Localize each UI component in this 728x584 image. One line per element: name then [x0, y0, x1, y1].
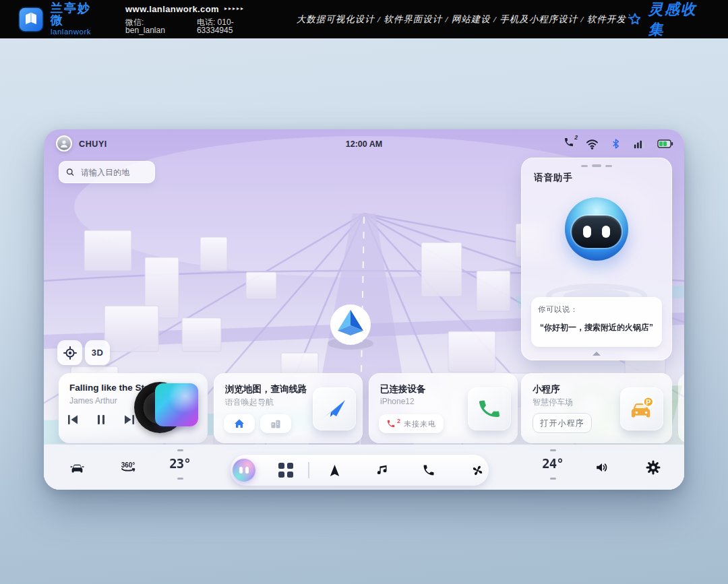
voice-hint-card: 你可以说： “你好初一，搜索附近的火锅店” [531, 297, 662, 347]
smart-parking-tile[interactable]: P [620, 387, 663, 430]
temp-up-dash[interactable] [550, 449, 556, 451]
music-player-card[interactable]: Falling like the Stars James Arthur [59, 373, 208, 443]
album-art[interactable] [155, 383, 198, 426]
song-artist: James Arthur [69, 396, 117, 405]
robot-assistant-icon [565, 197, 628, 261]
username-label: CHUYI [79, 139, 107, 149]
home-icon [234, 418, 245, 429]
next-card-sliver[interactable] [678, 373, 684, 443]
promo-banner: 兰亭妙微 lanlanwork www.lanlanwork.com ▸▸▸▸▸… [0, 0, 728, 38]
arrows-decoration: ▸▸▸▸▸ [224, 6, 245, 11]
office-building-icon [270, 418, 281, 429]
brand-name-cn: 兰亭妙微 [51, 2, 102, 26]
missed-call-status-icon: 2 [564, 137, 574, 150]
battery-icon [657, 139, 673, 149]
robot-visor [572, 216, 621, 248]
miniapp-title: 小程序 [533, 383, 560, 395]
nav-card-subtitle: 语音唤起导航 [225, 397, 274, 408]
map-3d-label: 3D [92, 348, 104, 358]
climate-fan-button[interactable] [469, 462, 485, 478]
360-label: 360° [121, 461, 135, 469]
contact-block: www.lanlanwork.com ▸▸▸▸▸ 微信: ben_lanlan … [125, 5, 267, 34]
nav-card-title: 浏览地图，查询线路 [225, 383, 307, 395]
parking-car-icon: P [628, 395, 656, 423]
missed-call-label: 未接来电 [404, 419, 436, 429]
missed-call-count: 2 [574, 134, 578, 141]
services-tagline: 大数据可视化设计 / 软件界面设计 / 网站建设 / 手机及小程序设计 / 软件… [297, 13, 626, 26]
open-miniapp-button[interactable]: 打开小程序 [533, 413, 592, 433]
robot-eye-right [602, 226, 610, 238]
app-grid-button[interactable] [278, 462, 294, 478]
brand-name-en: lanlanwork [51, 28, 102, 36]
inspiration-collect-button[interactable]: 灵感收集 [626, 0, 710, 40]
assistant-orb-button[interactable] [233, 459, 255, 482]
page-background: OW CHUYI 12:00 AM 2 [0, 38, 728, 584]
voice-hint-quote: “你好初一，搜索附近的火锅店” [538, 322, 655, 333]
temp-up-dash[interactable] [177, 449, 183, 451]
sparkle-star-icon [626, 11, 643, 28]
car-settings-icon[interactable] [69, 459, 85, 476]
robot-eye-left [583, 226, 591, 238]
driver-temperature-control[interactable]: 23° [160, 456, 200, 471]
phone-app-button[interactable] [421, 462, 437, 478]
miniapp-subtitle: 智慧停车场 [533, 397, 573, 408]
volume-button[interactable] [594, 459, 610, 476]
temp-down-dash[interactable] [177, 478, 183, 480]
previous-track-button[interactable] [67, 414, 79, 426]
search-icon [66, 167, 74, 177]
navigation-app-button[interactable] [326, 462, 342, 478]
status-icon-cluster: 2 [564, 137, 673, 150]
voice-assistant-title: 语音助手 [534, 172, 573, 184]
phone-call-tile[interactable] [468, 387, 511, 430]
passenger-temperature-control[interactable]: 24° [533, 456, 573, 471]
brand-block: 兰亭妙微 lanlanwork [51, 2, 102, 36]
nav-work-button[interactable] [260, 414, 291, 433]
wifi-icon [586, 137, 599, 150]
device-card-title: 已连接设备 [380, 383, 426, 395]
temp-down-dash[interactable] [550, 478, 556, 480]
device-name: iPhone12 [380, 397, 415, 406]
parking-badge-letter: P [646, 398, 651, 406]
settings-gear-button[interactable] [645, 459, 661, 476]
search-input[interactable] [80, 167, 148, 178]
voice-assistant-panel[interactable]: 语音助手 你可以说： “你好初一，搜索附近的火锅店” [521, 158, 672, 360]
website-url: www.lanlanwork.com [125, 5, 219, 13]
lanlanwork-logo-icon [18, 6, 44, 33]
navigation-card[interactable]: 浏览地图，查询线路 语音唤起导航 [214, 373, 363, 443]
nav-home-button[interactable] [224, 414, 255, 433]
wechat-contact: 微信: ben_lanlan [125, 18, 183, 34]
driver-temp-value: 23° [169, 456, 190, 471]
paper-plane-icon [322, 396, 347, 422]
person-icon [59, 139, 69, 148]
bottom-dock: 360° 23° [44, 445, 684, 490]
car-hmi-screen: OW CHUYI 12:00 AM 2 [44, 129, 684, 490]
passenger-temp-value: 24° [542, 456, 563, 471]
bluetooth-icon [610, 138, 621, 150]
360-view-icon[interactable]: 360° [119, 459, 138, 476]
locate-me-button[interactable] [57, 340, 82, 365]
locate-target-icon [63, 346, 77, 360]
call-icon [476, 395, 504, 423]
missed-call-count-badge: 2 [397, 418, 400, 424]
start-navigation-tile[interactable] [313, 387, 356, 430]
user-avatar[interactable] [56, 135, 72, 152]
pill-divider [308, 462, 309, 478]
dock-app-pill [231, 455, 489, 486]
phone-contact: 电话: 010-63334945 [197, 18, 267, 34]
voice-hint-label: 你可以说： [538, 304, 655, 315]
music-app-button[interactable] [373, 462, 390, 478]
next-track-button[interactable] [123, 414, 135, 426]
miniapp-card[interactable]: 小程序 智慧停车场 打开小程序 P [521, 373, 672, 443]
map-3d-mode-button[interactable]: 3D [85, 340, 110, 365]
pause-button[interactable] [95, 414, 107, 426]
destination-search[interactable] [59, 161, 155, 183]
drag-indicator [522, 164, 671, 167]
panel-collapse-caret[interactable] [593, 352, 601, 356]
collect-label: 灵感收集 [648, 0, 710, 40]
missed-call-button[interactable]: 2 未接来电 [379, 414, 444, 433]
missed-call-icon [386, 419, 396, 428]
connected-device-card[interactable]: 已连接设备 iPhone12 2 未接来电 [369, 373, 518, 443]
signal-bars-icon [633, 137, 646, 150]
